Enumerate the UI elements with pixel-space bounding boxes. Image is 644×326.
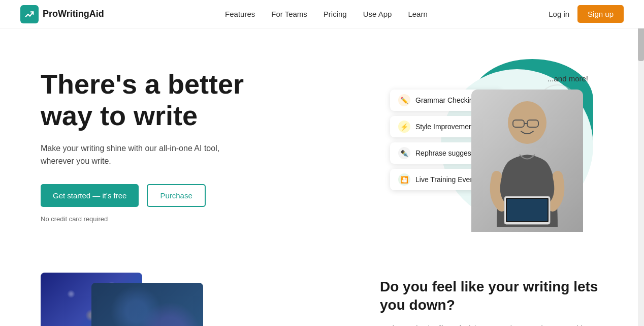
grammar-label: Grammar Checking [415, 96, 477, 104]
scrollbar[interactable] [638, 0, 644, 326]
section2-title: Do you feel like your writing lets you d… [380, 278, 603, 315]
navbar-actions: Log in Sign up [549, 5, 624, 23]
brand-logo[interactable]: ProWritingAid [20, 5, 104, 23]
nav-features[interactable]: Features [225, 10, 255, 18]
nav-use-app[interactable]: Use App [363, 10, 392, 18]
person-illustration [471, 90, 583, 232]
nav-pricing[interactable]: Pricing [324, 10, 347, 18]
nav-learn[interactable]: Learn [408, 10, 427, 18]
purchase-button[interactable]: Purchase [147, 184, 205, 207]
more-label: ...and more! [548, 74, 588, 83]
training-label: Live Training Events [415, 175, 479, 184]
hero-left: There's a better way to write Make your … [41, 68, 254, 222]
section2-body: We know what it's like to feel the FEAR … [380, 323, 603, 326]
signup-button[interactable]: Sign up [577, 5, 624, 23]
overlay-image [91, 283, 203, 326]
hero-buttons: Get started — it's free Purchase [41, 184, 254, 207]
section2-images: My idea in my head [41, 273, 254, 326]
navbar-links: Features For Teams Pricing Use App Learn [225, 10, 428, 18]
style-label: Style Improvements [415, 123, 478, 131]
no-credit-text: No credit card required [41, 215, 254, 223]
section2: My idea in my head Do you feel like your… [0, 252, 644, 326]
person-face [471, 90, 583, 232]
get-started-button[interactable]: Get started — it's free [41, 184, 139, 207]
navbar: ProWritingAid Features For Teams Pricing… [0, 0, 644, 28]
login-button[interactable]: Log in [549, 10, 569, 18]
svg-rect-6 [507, 199, 548, 221]
hero-section: There's a better way to write Make your … [0, 28, 644, 252]
brand-icon [20, 5, 39, 23]
overlay-inner [91, 283, 203, 326]
brand-name: ProWritingAid [43, 9, 104, 19]
training-icon: 🎦 [398, 173, 410, 186]
style-icon: ⚡ [398, 121, 410, 133]
nav-for-teams[interactable]: For Teams [271, 10, 307, 18]
hero-subtitle: Make your writing shine with our all-in-… [41, 142, 254, 168]
section2-text: Do you feel like your writing lets you d… [380, 273, 603, 326]
rephrase-icon: ✒️ [398, 147, 410, 159]
hero-title: There's a better way to write [41, 68, 254, 131]
grammar-icon: ✏️ [398, 94, 410, 106]
hero-illustration: ...and more! ✦ ✏️ Grammar Checking ⚡ Sty… [390, 59, 603, 232]
